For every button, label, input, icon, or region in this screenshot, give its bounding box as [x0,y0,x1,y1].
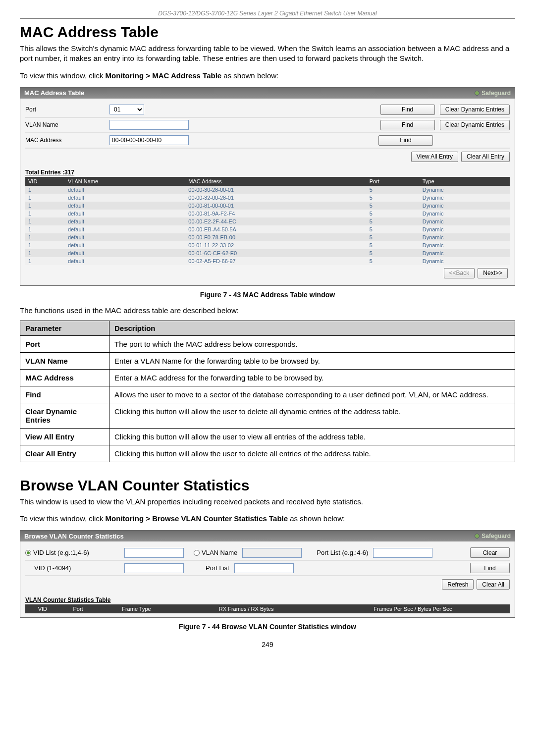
clear-all-button-2[interactable]: Clear All [477,579,510,590]
table-cell: default [65,202,185,210]
param-desc: Enter a VLAN Name for the forwarding tab… [109,352,515,369]
table-row: 1default00-02-A5-FD-66-975Dynamic [25,257,510,265]
vlan-name-radio[interactable] [194,550,200,556]
instr1-suffix: as shown below: [223,71,278,80]
table-cell: 1 [25,233,65,241]
find-port-button[interactable]: Find [380,105,435,115]
mac-entries-table: VID VLAN Name MAC Address Port Type 1def… [25,177,510,265]
param-h2: Description [109,321,515,335]
param-name: MAC Address [20,369,109,386]
table-cell: 5 [367,225,420,233]
panel2-title: Browse VLAN Counter Statistics [24,533,124,540]
vid-list-radio[interactable] [25,550,31,556]
table-cell: 5 [367,202,420,210]
vlan-row: VLAN Name Find Clear Dynamic Entries [25,118,510,133]
col-vid: VID [25,177,65,186]
clear-dynamic-vlan-button[interactable]: Clear Dynamic Entries [440,120,510,130]
vid-label: VID (1-4094) [25,564,124,572]
param-desc: Clicking this button will allow the user… [109,445,515,462]
find-button-2[interactable]: Find [470,563,510,573]
find-mac-button[interactable]: Find [378,135,433,146]
port-list-label: Port List (e.g.:4-6) [317,549,368,556]
find-vlan-button[interactable]: Find [380,120,435,130]
clear-button[interactable]: Clear [470,547,510,558]
safeguard-icon-2 [475,534,480,539]
table-cell: 1 [25,217,65,225]
clear-all-entry-button[interactable]: Clear All Entry [461,152,510,162]
param-h1: Parameter [20,321,109,335]
table-cell: 1 [25,241,65,249]
vid-list-row: VID List (e.g.:1,4-6) VLAN Name Port Lis… [25,545,510,561]
table-cell: 5 [367,186,420,194]
table-cell: Dynamic [420,249,510,257]
stats-col-frame: Frame Type [97,604,177,613]
param-row: Clear All EntryClicking this button will… [20,445,515,462]
param-row: Clear Dynamic EntriesClicking this butto… [20,403,515,428]
view-all-entry-button[interactable]: View All Entry [411,152,458,162]
param-desc: Clicking this button will allow the user… [109,403,515,428]
safeguard-badge-2: Safeguard [475,533,511,540]
entry-buttons-row: View All Entry Clear All Entry [25,149,510,165]
port-select[interactable]: 01 [109,105,144,114]
table-cell: default [65,225,185,233]
pagination-row: <<Back Next>> [25,265,510,281]
section2-instruction: To view this window, click Monitoring > … [20,514,515,523]
param-row: VLAN NameEnter a VLAN Name for the forwa… [20,352,515,369]
panel1-body: Port 01 Find Clear Dynamic Entries VLAN … [20,99,515,285]
param-name: VLAN Name [20,352,109,369]
table-row: 1default00-00-32-00-28-015Dynamic [25,194,510,202]
port-list-label-2: Port List [206,564,229,572]
table-cell: 5 [367,217,420,225]
param-name: View All Entry [20,428,109,445]
table-row: 1default00-00-81-00-00-015Dynamic [25,202,510,210]
param-row: View All EntryClicking this button will … [20,428,515,445]
table-cell: default [65,186,185,194]
stats-col-vid: VID [25,604,60,613]
section1-intro: This allows the Switch's dynamic MAC add… [20,44,515,64]
table-header-row: VID VLAN Name MAC Address Port Type [25,177,510,186]
vid-input[interactable] [124,563,184,573]
figure1-caption: Figure 7 - 43 MAC Address Table window [20,291,515,299]
clear-dynamic-port-button[interactable]: Clear Dynamic Entries [440,105,510,115]
vid-list-input[interactable] [124,548,184,558]
param-name: Clear All Entry [20,445,109,462]
table-row: 1default00-00-EB-A4-50-5A5Dynamic [25,225,510,233]
table-cell: 00-02-A5-FD-66-97 [185,257,366,265]
stats-col-rx: RX Frames / RX Bytes [176,604,316,613]
param-row: PortThe port to which the MAC address be… [20,335,515,352]
total-entries-label: Total Entries :317 [25,169,510,176]
table-row: 1default00-00-E2-2F-44-EC5Dynamic [25,217,510,225]
param-desc: Enter a MAC address for the forwarding t… [109,369,515,386]
safeguard-text-2: Safeguard [482,533,511,540]
vlan-name-input-2[interactable] [242,548,302,558]
port-list-input[interactable] [373,548,432,558]
table-cell: Dynamic [420,210,510,217]
table-cell: 00-01-11-22-33-02 [185,241,366,249]
panel1-header: MAC Address Table Safeguard [20,88,515,99]
next-button[interactable]: Next>> [478,268,508,278]
table-cell: 5 [367,249,420,257]
safeguard-icon [475,91,480,96]
port-list-input-2[interactable] [234,563,294,573]
safeguard-text: Safeguard [482,90,511,97]
table-cell: 00-00-32-00-28-01 [185,194,366,202]
table-cell: Dynamic [420,186,510,194]
vlan-name-radio-label: VLAN Name [202,549,237,556]
table-row: 1default00-00-81-9A-F2-F45Dynamic [25,210,510,217]
param-row: FindAllows the user to move to a sector … [20,386,515,403]
table-row: 1default00-00-F0-78-EB-005Dynamic [25,233,510,241]
mac-address-input[interactable] [109,135,189,145]
instr2-suffix: as shown below: [290,514,345,523]
vlan-label: VLAN Name [25,121,109,128]
table-cell: 1 [25,225,65,233]
table-cell: 5 [367,257,420,265]
param-name: Find [20,386,109,403]
vlan-name-input[interactable] [109,120,189,130]
table-cell: 1 [25,210,65,217]
mac-label: MAC Address [25,137,109,144]
table-cell: Dynamic [420,257,510,265]
back-button[interactable]: <<Back [444,268,475,278]
table-row: 1default00-01-11-22-33-025Dynamic [25,241,510,249]
refresh-button[interactable]: Refresh [442,579,474,590]
page-number: 249 [20,641,515,648]
